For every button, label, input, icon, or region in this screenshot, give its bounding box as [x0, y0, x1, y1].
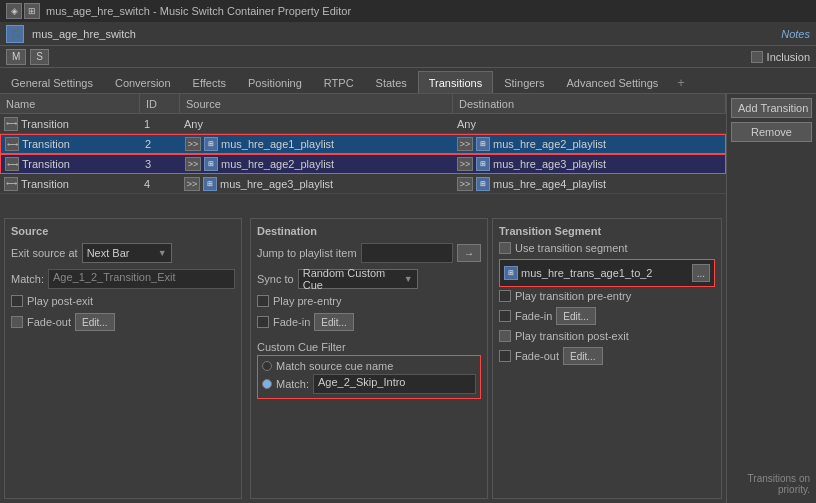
- title-bar: ◈ ⊞ mus_age_hre_switch - Music Switch Co…: [0, 0, 816, 22]
- right-panel: Add Transition Remove Transitions onprio…: [726, 94, 816, 503]
- row2-src-icon: ⊞: [204, 137, 218, 151]
- dest-fade-in-checkbox[interactable]: [257, 316, 269, 328]
- row2-icon: ⟷: [5, 137, 19, 151]
- row3-dest: >> ⊞ mus_hre_age3_playlist: [453, 157, 725, 171]
- sync-dropdown[interactable]: Random Custom Cue ▼: [298, 269, 418, 289]
- row3-name: ⟷ Transition: [1, 157, 141, 171]
- object-type-icon: 🎵: [6, 25, 24, 43]
- table-row[interactable]: ⟷ Transition 1 Any Any: [0, 114, 726, 134]
- row2-id: 2: [141, 138, 181, 150]
- col-destination: Destination: [453, 94, 726, 113]
- notes-button[interactable]: Notes: [781, 28, 810, 40]
- match-source-radio[interactable]: [262, 361, 272, 371]
- remove-button[interactable]: Remove: [731, 122, 812, 142]
- dest-fade-in-edit-btn[interactable]: Edit...: [314, 313, 354, 331]
- exit-source-row: Exit source at Next Bar ▼: [11, 243, 235, 263]
- trans-fade-in-edit-btn[interactable]: Edit...: [556, 307, 596, 325]
- tab-conversion[interactable]: Conversion: [104, 71, 182, 93]
- trans-fade-in-checkbox[interactable]: [499, 310, 511, 322]
- row2-dst-arrow[interactable]: >>: [457, 137, 473, 151]
- fade-out-edit-button[interactable]: Edit...: [75, 313, 115, 331]
- row4-dest: >> ⊞ mus_hre_age4_playlist: [453, 177, 726, 191]
- row4-src-icon: ⊞: [203, 177, 217, 191]
- tab-stingers[interactable]: Stingers: [493, 71, 555, 93]
- row4-icon: ⟷: [4, 177, 18, 191]
- priority-note: Transitions onpriority.: [731, 469, 812, 499]
- row3-src-arrow[interactable]: >>: [185, 157, 201, 171]
- trans-fade-in-label[interactable]: Fade-in: [499, 310, 552, 322]
- destination-panel: Destination Jump to playlist item → Sync…: [250, 218, 488, 499]
- sync-row: Sync to Random Custom Cue ▼: [257, 269, 481, 289]
- fade-out-checkbox-label[interactable]: Fade-out: [11, 316, 71, 328]
- play-pre-entry-checkbox-label[interactable]: Play pre-entry: [257, 295, 341, 307]
- match-radio-label[interactable]: Match:: [262, 378, 309, 390]
- match-source-radio-label[interactable]: Match source cue name: [262, 360, 393, 372]
- match-radio[interactable]: [262, 379, 272, 389]
- play-pre-entry-trans-checkbox[interactable]: [499, 290, 511, 302]
- btn-row: M S Inclusion: [0, 46, 816, 68]
- custom-cue-filter-label: Custom Cue Filter: [257, 341, 346, 353]
- bottom-section: Source Exit source at Next Bar ▼ Match: …: [0, 214, 726, 503]
- add-transition-button[interactable]: Add Transition: [731, 98, 812, 118]
- tab-transitions[interactable]: Transitions: [418, 71, 493, 93]
- row4-dst-arrow[interactable]: >>: [457, 177, 473, 191]
- play-post-exit-checkbox[interactable]: [11, 295, 23, 307]
- row4-src-arrow[interactable]: >>: [184, 177, 200, 191]
- row4-source: >> ⊞ mus_hre_age3_playlist: [180, 177, 453, 191]
- segment-file-box: ⊞ mus_hre_trans_age1_to_2 ...: [499, 259, 715, 287]
- row3-dst-icon: ⊞: [476, 157, 490, 171]
- match-label: Match:: [11, 273, 44, 285]
- tab-advanced-settings[interactable]: Advanced Settings: [556, 71, 670, 93]
- table-row[interactable]: ⟷ Transition 2 >> ⊞ mus_hre_age1_playlis…: [0, 134, 726, 154]
- dest-fade-in-checkbox-label[interactable]: Fade-in: [257, 316, 310, 328]
- inclusion-row: Inclusion: [751, 51, 810, 63]
- row1-dest: Any: [453, 118, 726, 130]
- exit-source-dropdown[interactable]: Next Bar ▼: [82, 243, 172, 263]
- match-value-field: Age_2_Skip_Intro: [313, 374, 476, 394]
- fade-out-checkbox[interactable]: [11, 316, 23, 328]
- play-pre-entry-checkbox[interactable]: [257, 295, 269, 307]
- play-pre-entry-trans-label[interactable]: Play transition pre-entry: [499, 290, 631, 302]
- tab-effects[interactable]: Effects: [182, 71, 237, 93]
- segment-file-dots-btn[interactable]: ...: [692, 264, 710, 282]
- use-transition-checkbox[interactable]: [499, 242, 511, 254]
- icon1: ◈: [6, 3, 22, 19]
- tab-positioning[interactable]: Positioning: [237, 71, 313, 93]
- table-header: Name ID Source Destination: [0, 94, 726, 114]
- play-post-exit-trans-label[interactable]: Play transition post-exit: [499, 330, 629, 342]
- inclusion-checkbox[interactable]: [751, 51, 763, 63]
- tab-states[interactable]: States: [365, 71, 418, 93]
- row3-dst-arrow[interactable]: >>: [457, 157, 473, 171]
- use-transition-checkbox-label[interactable]: Use transition segment: [499, 242, 628, 254]
- play-post-exit-checkbox-label[interactable]: Play post-exit: [11, 295, 93, 307]
- dest-fade-in-row: Fade-in Edit...: [257, 313, 481, 331]
- row1-source: Any: [180, 118, 453, 130]
- row4-name: ⟷ Transition: [0, 177, 140, 191]
- tab-general-settings[interactable]: General Settings: [0, 71, 104, 93]
- trans-fade-out-edit-btn[interactable]: Edit...: [563, 347, 603, 365]
- table-row[interactable]: ⟷ Transition 3 >> ⊞ mus_hre_age2_playlis…: [0, 154, 726, 174]
- transitions-table: Name ID Source Destination ⟷ Transition …: [0, 94, 726, 214]
- row2-src-arrow[interactable]: >>: [185, 137, 201, 151]
- play-post-exit-trans-checkbox[interactable]: [499, 330, 511, 342]
- s-button[interactable]: S: [30, 49, 49, 65]
- row2-dest: >> ⊞ mus_hre_age2_playlist: [453, 137, 725, 151]
- jump-arrow-btn[interactable]: →: [457, 244, 481, 262]
- trans-fade-out-label[interactable]: Fade-out: [499, 350, 559, 362]
- exit-source-label: Exit source at: [11, 247, 78, 259]
- icon2: ⊞: [24, 3, 40, 19]
- title-icons: ◈ ⊞: [6, 3, 40, 19]
- trans-fade-out-checkbox[interactable]: [499, 350, 511, 362]
- row1-name: ⟷ Transition: [0, 117, 140, 131]
- col-name: Name: [0, 94, 140, 113]
- m-button[interactable]: M: [6, 49, 26, 65]
- play-post-exit-row: Play post-exit: [11, 295, 235, 307]
- tab-rtpc[interactable]: RTPC: [313, 71, 365, 93]
- row2-source: >> ⊞ mus_hre_age1_playlist: [181, 137, 453, 151]
- row3-icon: ⟷: [5, 157, 19, 171]
- tab-add[interactable]: +: [669, 72, 693, 93]
- main-content: Name ID Source Destination ⟷ Transition …: [0, 94, 816, 503]
- table-row[interactable]: ⟷ Transition 4 >> ⊞ mus_hre_age3_playlis…: [0, 174, 726, 194]
- sync-label: Sync to: [257, 273, 294, 285]
- match-row: Match: Age_1_2_Transition_Exit: [11, 269, 235, 289]
